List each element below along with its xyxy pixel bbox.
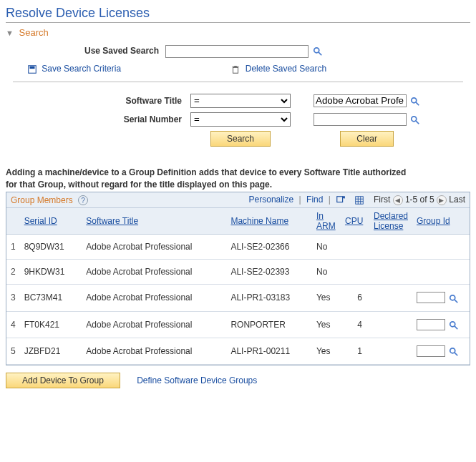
cell-declared-license [369, 338, 412, 364]
svg-point-21 [450, 348, 455, 353]
divider [13, 82, 463, 82]
lookup-icon[interactable] [449, 320, 459, 330]
svg-line-20 [455, 326, 457, 329]
svg-line-22 [455, 353, 457, 355]
cell-cpu [341, 235, 369, 260]
group-members-grid: Group Members ? Personalize | Find | Fir… [6, 192, 470, 365]
cell-machine-name: ALI-SE2-02366 [226, 235, 312, 260]
svg-point-7 [412, 98, 417, 103]
add-device-button[interactable]: Add Device To Group [6, 373, 120, 388]
col-software-title[interactable]: Software Title [82, 208, 226, 235]
cell-in-arm: Yes [312, 311, 341, 338]
svg-line-1 [319, 52, 321, 55]
cell-declared-license [369, 260, 412, 285]
grid-title: Group Members [11, 195, 73, 205]
lookup-icon[interactable] [449, 347, 459, 357]
cell-machine-name: ALI-PR1-00211 [226, 338, 312, 364]
cell-declared-license [369, 285, 412, 311]
cell-machine-name: ALI-SE2-02393 [226, 260, 312, 285]
svg-line-18 [455, 299, 457, 302]
row-number: 3 [6, 285, 20, 311]
col-group-id[interactable]: Group Id [412, 208, 470, 235]
cell-declared-license [369, 311, 412, 338]
cell-in-arm: No [312, 260, 341, 285]
cell-software-title: Adobe Acrobat Professional [82, 260, 226, 285]
cell-cpu [341, 260, 369, 285]
svg-point-19 [450, 322, 455, 327]
cell-machine-name: RONPORTER [226, 311, 312, 338]
trash-icon [230, 64, 241, 74]
svg-point-0 [314, 48, 319, 53]
search-button[interactable]: Search [210, 131, 271, 147]
cell-serial-id: FT0K421 [20, 311, 82, 338]
row-number: 4 [6, 311, 20, 338]
help-icon[interactable]: ? [78, 195, 88, 205]
cell-serial-id: 8Q9DW31 [20, 235, 82, 260]
serial-number-label: Serial Number [100, 111, 186, 128]
lookup-icon[interactable] [313, 46, 323, 56]
table-row: 29HKDW31Adobe Acrobat ProfessionalALI-SE… [6, 260, 470, 285]
software-title-label: Software Title [100, 92, 186, 109]
col-in-arm[interactable]: In ARM [312, 208, 341, 235]
svg-line-10 [416, 121, 419, 124]
cell-group-id [412, 311, 470, 338]
cell-declared-license [369, 235, 412, 260]
group-id-input[interactable] [417, 319, 445, 330]
lookup-icon[interactable] [410, 97, 420, 107]
col-cpu[interactable]: CPU [341, 208, 369, 235]
search-section: ▼ Search Use Saved Search Save Search Cr… [6, 26, 470, 157]
clear-button[interactable]: Clear [340, 131, 394, 147]
search-header-label: Search [19, 27, 49, 38]
cell-serial-id: BC73M41 [20, 285, 82, 311]
group-id-input[interactable] [417, 345, 445, 357]
define-groups-link[interactable]: Define Software Device Groups [137, 375, 257, 385]
zoom-icon[interactable] [336, 195, 346, 205]
svg-rect-3 [30, 66, 35, 69]
svg-rect-11 [337, 197, 343, 202]
serial-number-op[interactable]: = [190, 112, 291, 127]
cell-group-id [412, 235, 470, 260]
cell-software-title: Adobe Acrobat Professional [82, 311, 226, 338]
group-id-input[interactable] [417, 292, 445, 303]
cell-cpu: 6 [341, 285, 369, 311]
cell-cpu: 1 [341, 338, 369, 364]
col-serial-id[interactable]: Serial ID [20, 208, 82, 235]
col-declared-license[interactable]: Declared License [369, 208, 412, 235]
cell-serial-id: JZBFD21 [20, 338, 82, 364]
svg-point-17 [450, 295, 455, 300]
lookup-icon[interactable] [410, 115, 420, 125]
col-machine-name[interactable]: Machine Name [226, 208, 312, 235]
svg-point-9 [412, 117, 417, 122]
cell-cpu: 4 [341, 311, 369, 338]
cell-machine-name: ALI-PR1-03183 [226, 285, 312, 311]
next-icon[interactable]: ▶ [437, 195, 447, 205]
prev-icon[interactable]: ◀ [393, 195, 403, 205]
svg-rect-12 [355, 197, 363, 205]
cell-in-arm: Yes [312, 338, 341, 364]
table-row: 18Q9DW31Adobe Acrobat ProfessionalALI-SE… [6, 235, 470, 260]
software-title-input[interactable] [314, 94, 407, 107]
find-link[interactable]: Find [306, 195, 323, 205]
search-section-header[interactable]: ▼ Search [6, 26, 470, 41]
collapse-icon[interactable]: ▼ [6, 29, 14, 37]
software-title-op[interactable]: = [190, 94, 291, 108]
saved-search-input[interactable] [165, 45, 309, 58]
cell-software-title: Adobe Acrobat Professional [82, 235, 226, 260]
row-number: 1 [6, 235, 20, 260]
cell-software-title: Adobe Acrobat Professional [82, 285, 226, 311]
range-label: 1-5 of 5 [405, 195, 434, 205]
cell-software-title: Adobe Acrobat Professional [82, 338, 226, 364]
table-row: 5JZBFD21Adobe Acrobat ProfessionalALI-PR… [6, 338, 470, 364]
save-search-link[interactable]: Save Search Criteria [42, 64, 121, 74]
save-icon [27, 64, 37, 74]
cell-serial-id: 9HKDW31 [20, 260, 82, 285]
svg-line-8 [416, 102, 419, 105]
row-number: 2 [6, 260, 20, 285]
lookup-icon[interactable] [449, 294, 459, 304]
personalize-link[interactable]: Personalize [249, 195, 294, 205]
saved-search-label: Use Saved Search [84, 46, 159, 56]
serial-number-input[interactable] [314, 113, 407, 126]
cell-group-id [412, 285, 470, 311]
download-icon[interactable] [354, 195, 364, 205]
delete-saved-link[interactable]: Delete Saved Search [246, 64, 326, 74]
